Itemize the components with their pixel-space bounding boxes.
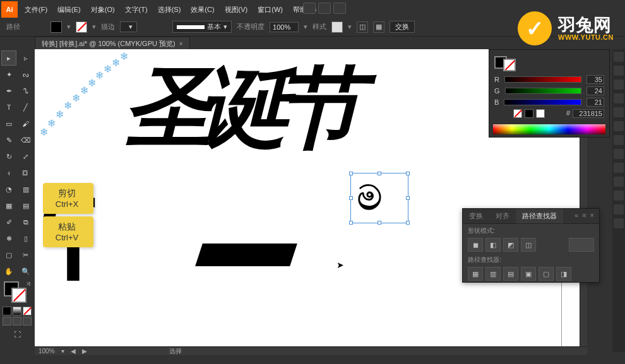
hand-tool[interactable]: ✋ — [1, 264, 16, 279]
panel-icon-swatches[interactable] — [614, 66, 624, 76]
blend-tool[interactable]: ⧉ — [18, 214, 33, 230]
align-icon[interactable]: ◫ — [357, 21, 368, 33]
pf-crop[interactable]: ▣ — [521, 267, 536, 281]
panel-collapse-icon[interactable]: « — [574, 211, 578, 221]
selected-object-bbox[interactable]: ම — [350, 173, 408, 223]
opacity-value[interactable]: 100% — [270, 22, 299, 32]
tab-close-icon[interactable]: × — [179, 40, 183, 47]
menu-select[interactable]: 选择(S) — [153, 3, 186, 16]
r-value[interactable]: 35 — [586, 75, 604, 84]
r-slider[interactable] — [504, 76, 581, 83]
arrange-icon[interactable] — [333, 3, 346, 14]
bbox-handle-tm[interactable] — [378, 172, 381, 175]
draw-mode-behind[interactable] — [13, 317, 21, 326]
eraser-tool[interactable]: ⌫ — [18, 132, 33, 148]
tab-align[interactable]: 对齐 — [489, 209, 516, 223]
rotate-tool[interactable]: ↻ — [1, 149, 16, 164]
panel-close-icon[interactable]: × — [590, 211, 594, 221]
pf-intersect[interactable]: ◩ — [503, 238, 518, 252]
fill-dropdown-icon[interactable]: ▾ — [67, 23, 71, 31]
zoom-tool[interactable]: 🔍 — [18, 264, 33, 279]
bbox-handle-bm[interactable] — [378, 221, 381, 225]
stock-icon[interactable] — [318, 3, 331, 14]
width-tool[interactable]: ⫞ — [1, 165, 16, 180]
artboard-nav-next[interactable]: ▶ — [82, 348, 87, 355]
bridge-icon[interactable] — [303, 3, 316, 14]
bbox-handle-bl[interactable] — [349, 221, 353, 225]
draw-mode-inside[interactable] — [23, 317, 32, 326]
zoom-level[interactable]: 100% — [39, 348, 55, 355]
eyedropper-tool[interactable]: ✐ — [1, 214, 16, 230]
stroke-swatch[interactable] — [76, 21, 87, 33]
menu-window[interactable]: 窗口(W) — [253, 3, 287, 16]
menu-effect[interactable]: 效果(C) — [186, 3, 218, 16]
swap-fill-stroke-icon[interactable]: ⤭ — [26, 280, 31, 287]
color-spectrum[interactable] — [493, 124, 605, 134]
pf-trim[interactable]: ▥ — [485, 267, 501, 281]
panel-icon-layers[interactable] — [614, 177, 624, 187]
pf-minus-front[interactable]: ◧ — [485, 238, 501, 252]
panel-icon-graphic-styles[interactable] — [614, 163, 624, 173]
panel-icon-libraries[interactable] — [614, 218, 624, 228]
fill-swatch[interactable] — [51, 21, 62, 33]
pen-tool[interactable]: ✒ — [1, 83, 16, 98]
tab-pathfinder[interactable]: 路径查找器 — [516, 209, 563, 223]
menu-file[interactable]: 文件(F) — [20, 3, 52, 16]
background-swatch[interactable] — [11, 288, 27, 303]
b-value[interactable]: 21 — [586, 98, 604, 107]
color-mode-solid[interactable] — [3, 307, 11, 315]
g-slider[interactable] — [505, 88, 581, 94]
bbox-handle-br[interactable] — [406, 221, 410, 225]
line-tool[interactable]: ╱ — [18, 100, 33, 115]
draw-mode-normal[interactable] — [3, 317, 11, 326]
direct-selection-tool[interactable]: ▹ — [18, 50, 33, 66]
pf-unite[interactable]: ◼ — [468, 238, 483, 252]
screen-mode-button[interactable]: ⛶ — [1, 327, 33, 342]
panel-icon-transparency[interactable] — [614, 135, 624, 145]
pf-exclude[interactable]: ◫ — [521, 238, 536, 252]
rectangle-tool[interactable]: ▭ — [1, 116, 16, 131]
transform-icon[interactable]: ▦ — [373, 21, 384, 33]
menu-type[interactable]: 文字(T) — [121, 3, 152, 16]
panel-icon-gradient[interactable] — [614, 121, 624, 131]
style-swatch[interactable] — [331, 21, 343, 33]
b-slider[interactable] — [504, 99, 581, 105]
swap-button[interactable]: 交换 — [390, 21, 415, 33]
lasso-tool[interactable]: ᔓ — [18, 67, 33, 82]
free-transform-tool[interactable]: ⛋ — [18, 165, 33, 180]
hex-value[interactable]: 231815 — [573, 109, 604, 118]
panel-stroke-swatch[interactable] — [503, 59, 516, 71]
shape-builder-tool[interactable]: ◔ — [1, 182, 16, 197]
g-value[interactable]: 24 — [586, 86, 604, 95]
menu-object[interactable]: 对象(O) — [86, 3, 119, 16]
bbox-handle-tl[interactable] — [349, 172, 353, 175]
shaper-tool[interactable]: ✎ — [1, 132, 16, 148]
fill-stroke-picker[interactable]: ⤭ — [1, 280, 33, 305]
panel-icon-appearance[interactable] — [614, 149, 624, 159]
panel-icon-symbols[interactable] — [614, 93, 624, 103]
pf-outline[interactable]: ▢ — [539, 267, 554, 281]
mesh-tool[interactable]: ▦ — [1, 198, 16, 213]
black-color-swatch[interactable] — [525, 109, 533, 118]
panel-fill-stroke[interactable] — [494, 54, 604, 71]
paintbrush-tool[interactable]: 🖌 — [18, 116, 33, 131]
stroke-weight-input[interactable]: ▾ — [120, 21, 137, 32]
bbox-handle-tr[interactable] — [406, 172, 410, 175]
menu-view[interactable]: 视图(V) — [220, 3, 253, 16]
perspective-tool[interactable]: ▥ — [18, 182, 33, 197]
panel-icon-artboards[interactable] — [614, 204, 624, 214]
tab-transform[interactable]: 变换 — [463, 209, 489, 223]
panel-icon-brushes[interactable] — [614, 79, 624, 90]
stroke-dropdown-icon[interactable]: ▾ — [92, 23, 96, 31]
panel-icon-color[interactable] — [614, 52, 624, 62]
curvature-tool[interactable]: ᔐ — [18, 83, 33, 98]
scale-tool[interactable]: ⤢ — [18, 149, 33, 164]
bbox-handle-mr[interactable] — [406, 196, 410, 200]
white-color-swatch[interactable] — [536, 109, 545, 118]
symbol-sprayer-tool[interactable]: ❅ — [1, 231, 16, 246]
pf-minus-back[interactable]: ◨ — [556, 267, 571, 281]
menu-edit[interactable]: 编辑(E) — [53, 3, 85, 16]
artboard-tool[interactable]: ▢ — [1, 247, 16, 262]
panel-menu-icon[interactable]: ≡ — [582, 211, 586, 221]
pf-merge[interactable]: ▤ — [503, 267, 518, 281]
